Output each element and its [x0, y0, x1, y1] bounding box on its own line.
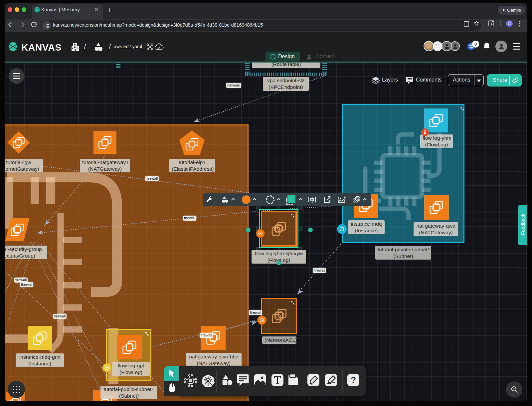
- svg-text:?: ?: [351, 375, 356, 385]
